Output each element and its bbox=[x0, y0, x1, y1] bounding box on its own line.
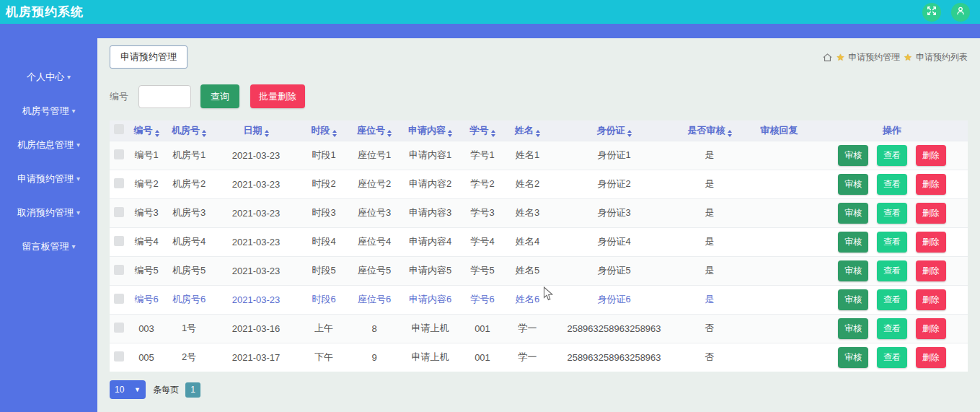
user-icon bbox=[955, 6, 966, 18]
cell-name: 学一 bbox=[504, 314, 551, 343]
cell-name: 姓名6 bbox=[504, 285, 551, 314]
column-header[interactable]: 机房号 bbox=[164, 120, 213, 141]
view-button[interactable]: 查看 bbox=[877, 174, 907, 195]
page-number-button[interactable]: 1 bbox=[185, 382, 200, 398]
delete-button[interactable]: 删除 bbox=[916, 174, 946, 195]
sidebar-item-personal-center[interactable]: 个人中心▾ bbox=[0, 60, 97, 94]
view-button[interactable]: 查看 bbox=[877, 260, 907, 281]
breadcrumb-item[interactable]: 申请预约管理 bbox=[848, 51, 900, 63]
page-size-select[interactable]: 10 ▼ bbox=[110, 380, 146, 399]
row-checkbox[interactable] bbox=[114, 323, 124, 333]
row-checkbox[interactable] bbox=[114, 178, 124, 188]
column-header[interactable]: 时段 bbox=[299, 120, 349, 141]
sidebar-item-room-number-mgmt[interactable]: 机房号管理▾ bbox=[0, 94, 97, 128]
star-icon: ★ bbox=[904, 52, 912, 63]
column-header[interactable]: 学号 bbox=[461, 120, 504, 141]
view-button[interactable]: 查看 bbox=[877, 289, 907, 310]
cell-room-number: 机房号5 bbox=[164, 256, 213, 285]
row-checkbox[interactable] bbox=[114, 265, 124, 275]
delete-button[interactable]: 删除 bbox=[916, 318, 946, 339]
row-checkbox[interactable] bbox=[114, 236, 124, 246]
row-checkbox[interactable] bbox=[114, 351, 124, 361]
view-button[interactable]: 查看 bbox=[877, 347, 907, 368]
column-header[interactable]: 身份证 bbox=[551, 120, 677, 141]
column-header[interactable]: 座位号 bbox=[349, 120, 399, 141]
cell-date: 2021-03-17 bbox=[213, 343, 299, 372]
audit-button[interactable]: 审核 bbox=[838, 318, 868, 339]
cell-date: 2021-03-16 bbox=[213, 314, 299, 343]
cell-name: 姓名2 bbox=[504, 170, 551, 198]
audit-button[interactable]: 审核 bbox=[838, 203, 868, 224]
select-all-checkbox[interactable] bbox=[114, 124, 124, 134]
delete-button[interactable]: 删除 bbox=[916, 289, 946, 310]
audit-button[interactable]: 审核 bbox=[838, 260, 868, 281]
cell-reviewed: 是 bbox=[677, 256, 742, 285]
column-header[interactable]: 是否审核 bbox=[677, 120, 742, 141]
table-row: 编号4 机房号4 2021-03-23 时段4 座位号4 申请内容4 学号4 姓… bbox=[110, 227, 968, 256]
sidebar-item-reservation-cancel-mgmt[interactable]: 取消预约管理▾ bbox=[0, 196, 97, 229]
cell-number: 005 bbox=[128, 343, 164, 372]
cell-student-id: 学号5 bbox=[461, 256, 504, 285]
audit-button[interactable]: 审核 bbox=[838, 145, 868, 166]
audit-button[interactable]: 审核 bbox=[838, 174, 868, 195]
search-label: 编号 bbox=[110, 90, 128, 103]
view-button[interactable]: 查看 bbox=[877, 318, 907, 339]
column-header[interactable]: 日期 bbox=[213, 120, 299, 141]
delete-button[interactable]: 删除 bbox=[916, 260, 946, 281]
audit-button[interactable]: 审核 bbox=[838, 289, 868, 310]
sort-icon bbox=[387, 130, 392, 137]
sort-icon bbox=[332, 130, 337, 137]
view-button[interactable]: 查看 bbox=[877, 203, 907, 224]
table-row: 编号5 机房号5 2021-03-23 时段5 座位号5 申请内容5 学号5 姓… bbox=[110, 256, 968, 285]
sub-header-strip bbox=[0, 24, 980, 38]
cell-number: 编号3 bbox=[128, 198, 164, 227]
table-row: 编号1 机房号1 2021-03-23 时段1 座位号1 申请内容1 学号1 姓… bbox=[110, 141, 968, 170]
cell-seat-number: 座位号6 bbox=[349, 285, 399, 314]
delete-button[interactable]: 删除 bbox=[916, 347, 946, 368]
cell-room-number: 2号 bbox=[164, 343, 213, 372]
cell-reviewed: 是 bbox=[677, 198, 742, 227]
row-checkbox[interactable] bbox=[114, 294, 124, 304]
search-input[interactable] bbox=[138, 85, 191, 108]
sidebar-item-reservation-request-mgmt[interactable]: 申请预约管理▾ bbox=[0, 162, 97, 196]
column-header: 审核回复 bbox=[742, 120, 816, 141]
cell-time-slot: 时段3 bbox=[299, 198, 349, 227]
sort-icon bbox=[491, 130, 495, 137]
cell-name: 姓名5 bbox=[504, 256, 551, 285]
cell-number: 编号2 bbox=[128, 170, 164, 198]
view-button[interactable]: 查看 bbox=[877, 145, 907, 166]
breadcrumb-item[interactable]: 申请预约列表 bbox=[916, 51, 968, 63]
user-button[interactable] bbox=[951, 3, 970, 22]
cell-seat-number: 座位号2 bbox=[349, 170, 399, 198]
column-header[interactable]: 编号 bbox=[128, 120, 164, 141]
delete-button[interactable]: 删除 bbox=[916, 145, 946, 166]
cell-number: 编号5 bbox=[128, 256, 164, 285]
cell-seat-number: 座位号5 bbox=[349, 256, 399, 285]
cell-reviewed: 是 bbox=[677, 285, 742, 314]
table-row: 编号3 机房号3 2021-03-23 时段3 座位号3 申请内容3 学号3 姓… bbox=[110, 198, 968, 227]
chevron-down-icon: ▾ bbox=[71, 107, 75, 115]
batch-delete-button[interactable]: 批量删除 bbox=[250, 84, 305, 108]
query-button[interactable]: 查询 bbox=[200, 84, 239, 108]
row-checkbox[interactable] bbox=[114, 207, 124, 217]
cell-name: 姓名4 bbox=[504, 227, 551, 256]
column-header[interactable]: 申请内容 bbox=[399, 120, 461, 141]
audit-button[interactable]: 审核 bbox=[838, 232, 868, 253]
view-button[interactable]: 查看 bbox=[877, 232, 907, 253]
chevron-down-icon: ▾ bbox=[67, 73, 71, 81]
row-checkbox[interactable] bbox=[114, 149, 124, 159]
sidebar-item-message-board-mgmt[interactable]: 留言板管理▾ bbox=[0, 229, 97, 263]
fullscreen-button[interactable] bbox=[922, 3, 941, 22]
sidebar-item-room-info-mgmt[interactable]: 机房信息管理▾ bbox=[0, 128, 97, 162]
column-header[interactable]: 姓名 bbox=[504, 120, 551, 141]
cell-number: 003 bbox=[128, 314, 164, 343]
cell-request-content: 申请内容4 bbox=[399, 227, 461, 256]
delete-button[interactable]: 删除 bbox=[916, 203, 946, 224]
cell-time-slot: 时段2 bbox=[299, 170, 349, 198]
delete-button[interactable]: 删除 bbox=[916, 232, 946, 253]
cell-date: 2021-03-23 bbox=[213, 198, 299, 227]
audit-button[interactable]: 审核 bbox=[838, 347, 868, 368]
cell-student-id: 学号1 bbox=[461, 141, 504, 170]
cell-id-card: 身份证4 bbox=[551, 227, 677, 256]
home-icon[interactable] bbox=[822, 52, 833, 63]
